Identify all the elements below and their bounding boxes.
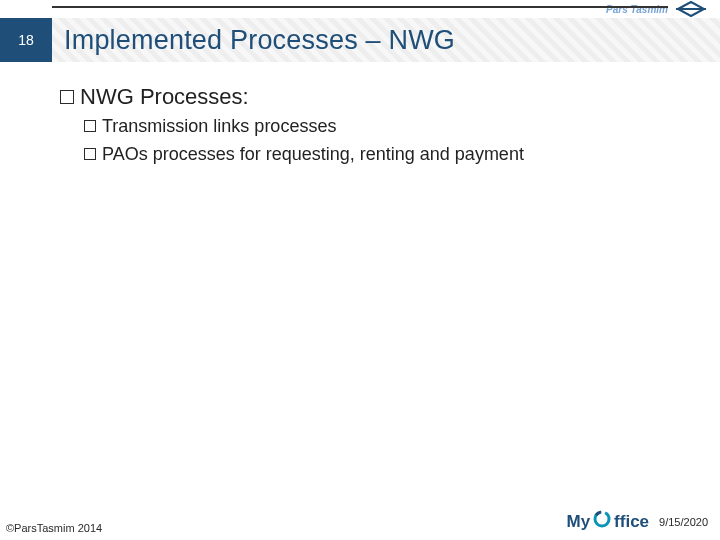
brand-logo-icon: [674, 0, 708, 18]
copyright-text: ©ParsTasmim 2014: [6, 522, 102, 534]
footer-date: 9/15/2020: [659, 516, 708, 528]
list-item: PAOs processes for requesting, renting a…: [84, 142, 680, 166]
bullet-box-icon: [84, 148, 96, 160]
heading-text: NWG Processes:: [80, 84, 249, 110]
top-rule: [52, 6, 668, 8]
content: NWG Processes: Transmission links proces…: [60, 78, 680, 167]
title-row: 18 Implemented Processes – NWG: [0, 18, 720, 62]
product-prefix: My: [566, 512, 590, 532]
product-ring-icon: [592, 509, 612, 534]
list-item: Transmission links processes: [84, 114, 680, 138]
footer: ©ParsTasmim 2014 My ffice 9/15/2020: [0, 508, 720, 534]
product-suffix: ffice: [614, 512, 649, 532]
brand-block: Pars Tasmim: [606, 0, 708, 18]
page-number: 18: [0, 18, 52, 62]
bullet-box-icon: [84, 120, 96, 132]
item-text: PAOs processes for requesting, renting a…: [102, 142, 524, 166]
product-logo: My ffice: [566, 509, 649, 534]
footer-right: My ffice 9/15/2020: [566, 509, 708, 534]
title-strip: Implemented Processes – NWG: [52, 18, 720, 62]
bullet-box-icon: [60, 90, 74, 104]
slide: Pars Tasmim 18 Implemented Processes – N…: [0, 0, 720, 540]
heading-row: NWG Processes:: [60, 84, 680, 110]
page-title: Implemented Processes – NWG: [64, 25, 455, 56]
item-text: Transmission links processes: [102, 114, 336, 138]
